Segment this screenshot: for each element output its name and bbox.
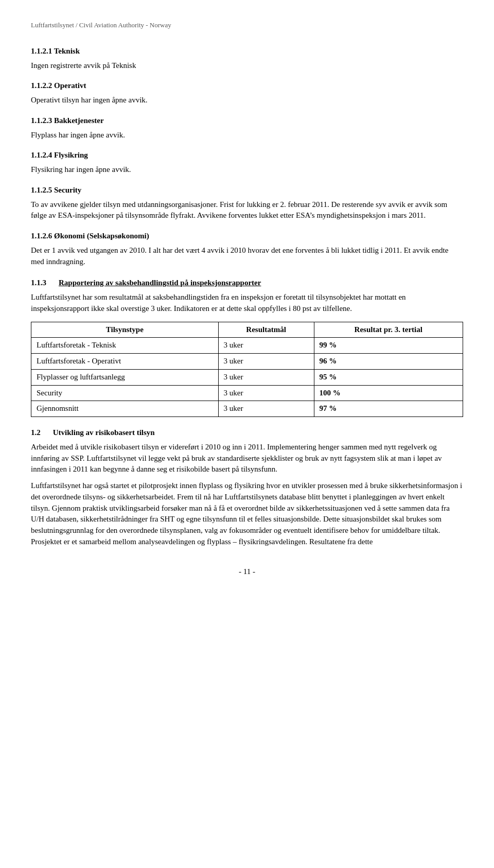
- section-1125-body1: To av avvikene gjelder tilsyn med utdann…: [31, 199, 463, 222]
- table-cell-col3: 96 %: [314, 354, 463, 370]
- table-cell-col3: 100 %: [314, 385, 463, 401]
- section-1123-body: Flyplass har ingen åpne avvik.: [31, 130, 463, 141]
- table-cell-col3: 97 %: [314, 401, 463, 417]
- table-cell-col1: Flyplasser og luftfartsanlegg: [31, 369, 219, 385]
- table-row: Security3 uker100 %: [31, 385, 463, 401]
- inspection-table: Tilsynstype Resultatmål Resultat pr. 3. …: [31, 322, 463, 418]
- section-113-title: Rapportering av saksbehandlingstid på in…: [59, 277, 261, 289]
- section-113-container: 1.1.3 Rapportering av saksbehandlingstid…: [31, 277, 463, 314]
- table-cell-col1: Security: [31, 385, 219, 401]
- table-header-col3: Resultat pr. 3. tertial: [314, 322, 463, 338]
- section-113-heading: 1.1.3 Rapportering av saksbehandlingstid…: [31, 277, 463, 289]
- table-cell-col2: 3 uker: [218, 354, 314, 370]
- table-row: Gjennomsnitt3 uker97 %: [31, 401, 463, 417]
- section-1125-heading: 1.1.2.5 Security: [31, 185, 463, 196]
- section-12-para2: Luftfartstilsynet har også startet et pi…: [31, 480, 463, 548]
- table-cell-col2: 3 uker: [218, 369, 314, 385]
- section-12-title: Utvikling av risikobasert tilsyn: [53, 427, 155, 439]
- section-1123-heading: 1.1.2.3 Bakketjenester: [31, 115, 463, 127]
- section-1121-body: Ingen registrerte avvik på Teknisk: [31, 60, 463, 72]
- table-row: Flyplasser og luftfartsanlegg3 uker95 %: [31, 369, 463, 385]
- section-12-number: 1.2: [31, 427, 41, 439]
- section-1124-body: Flysikring har ingen åpne avvik.: [31, 164, 463, 176]
- table-cell-col2: 3 uker: [218, 385, 314, 401]
- section-113-number: 1.1.3: [31, 277, 46, 289]
- section-1124-heading: 1.1.2.4 Flysikring: [31, 150, 463, 161]
- table-cell-col3: 95 %: [314, 369, 463, 385]
- page-number: - 11 -: [31, 566, 463, 578]
- table-cell-col1: Gjennomsnitt: [31, 401, 219, 417]
- table-cell-col3: 99 %: [314, 338, 463, 354]
- section-1126-heading: 1.1.2.6 Økonomi (Selskapsøkonomi): [31, 231, 463, 242]
- header-title: Luftfartstilsynet / Civil Aviation Autho…: [31, 21, 463, 30]
- table-header-col1: Tilsynstype: [31, 322, 219, 338]
- table-row: Luftfartsforetak - Teknisk3 uker99 %: [31, 338, 463, 354]
- section-12-container: 1.2 Utvikling av risikobasert tilsyn Arb…: [31, 427, 463, 548]
- section-1122-heading: 1.1.2.2 Operativt: [31, 80, 463, 92]
- section-1126-body1: Det er 1 avvik ved utgangen av 2010. I a…: [31, 245, 463, 268]
- table-cell-col1: Luftfartsforetak - Operativt: [31, 354, 219, 370]
- table-row: Luftfartsforetak - Operativt3 uker96 %: [31, 354, 463, 370]
- section-12-heading: 1.2 Utvikling av risikobasert tilsyn: [31, 427, 463, 439]
- table-header-col2: Resultatmål: [218, 322, 314, 338]
- table-cell-col2: 3 uker: [218, 401, 314, 417]
- table-cell-col2: 3 uker: [218, 338, 314, 354]
- table-cell-col1: Luftfartsforetak - Teknisk: [31, 338, 219, 354]
- section-1121-heading: 1.1.2.1 Teknisk: [31, 46, 463, 57]
- section-12-para1: Arbeidet med å utvikle risikobasert tils…: [31, 442, 463, 475]
- section-1122-body: Operativt tilsyn har ingen åpne avvik.: [31, 95, 463, 106]
- section-113-body1: Luftfartstilsynet har som resultatmål at…: [31, 292, 463, 315]
